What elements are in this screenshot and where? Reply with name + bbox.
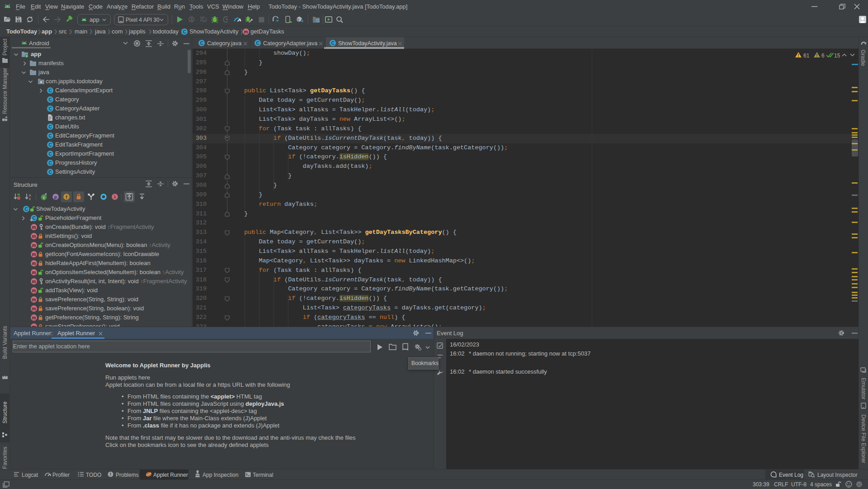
svg-text:C: C: [183, 29, 186, 34]
svg-text:m: m: [32, 225, 36, 230]
svg-text:m: m: [32, 234, 36, 239]
svg-text:m: m: [32, 279, 36, 284]
svg-text:m: m: [32, 261, 36, 266]
svg-text:C: C: [48, 97, 52, 102]
svg-text:C: C: [24, 207, 28, 212]
svg-text:z: z: [29, 197, 31, 201]
svg-text:C: C: [256, 41, 259, 46]
svg-text:m: m: [244, 29, 248, 34]
svg-text:C: C: [48, 133, 52, 138]
svg-text:λ: λ: [113, 195, 116, 200]
svg-text:C: C: [48, 106, 52, 111]
svg-text:C: C: [48, 142, 52, 147]
svg-text:m: m: [32, 315, 36, 320]
svg-text:C: C: [48, 152, 52, 157]
svg-text:p: p: [54, 195, 57, 199]
svg-text:m: m: [32, 243, 36, 248]
svg-text:m: m: [32, 288, 36, 293]
svg-text:m: m: [32, 297, 36, 302]
svg-text:m: m: [32, 252, 36, 257]
svg-text:C: C: [48, 88, 52, 93]
svg-text:C: C: [48, 170, 52, 175]
svg-text:C: C: [48, 124, 52, 129]
svg-text:C: C: [200, 41, 203, 46]
svg-text:C: C: [331, 41, 334, 46]
svg-text:m: m: [32, 270, 36, 275]
svg-text:m: m: [32, 306, 36, 311]
svg-text:I: I: [43, 195, 45, 200]
svg-text:C: C: [48, 161, 52, 166]
